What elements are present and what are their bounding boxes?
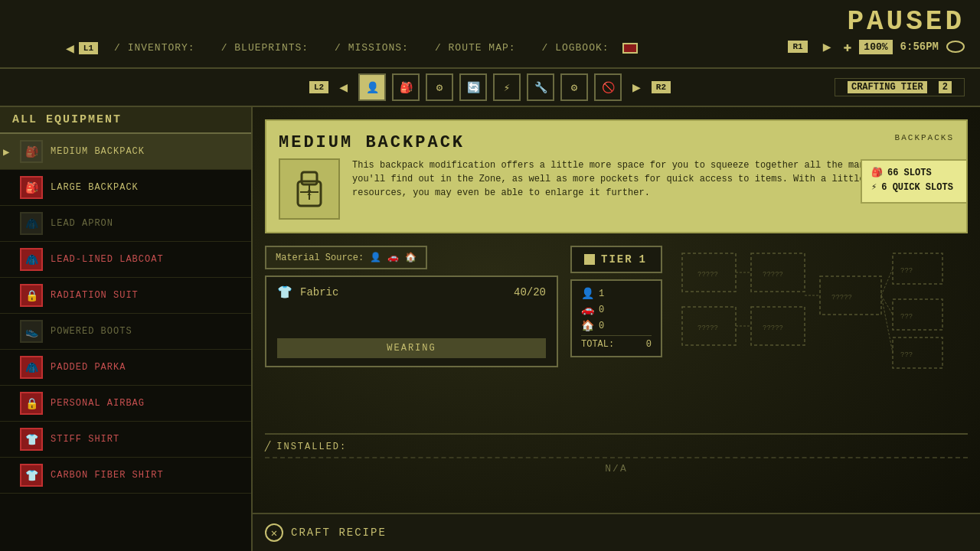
material-source-bar: Material Source: 👤 🚗 🏠 — [265, 246, 427, 269]
resource-home-count: 0 — [599, 321, 604, 331]
svg-text:?????: ????? — [831, 294, 852, 302]
category-person-icon[interactable]: 👤 — [358, 73, 386, 101]
second-nav-left[interactable]: ◀ — [335, 79, 352, 96]
item-card-image: 2 — [279, 158, 340, 220]
slots-value: 66 SLOTS — [887, 168, 932, 178]
large-backpack-label: LARGE BACKPACK — [51, 182, 139, 193]
tier-box: TIER 1 — [570, 246, 662, 273]
fabric-icon: 👕 — [277, 285, 292, 300]
carbon-fiber-shirt-icon: 👕 — [20, 464, 43, 487]
equip-item-powered-boots[interactable]: 👟 POWERED BOOTS — [0, 314, 251, 350]
svg-text:?????: ????? — [697, 324, 718, 332]
dashed-diagram: ????? ????? ????? ????? ????? ??? ??? ??… — [675, 246, 968, 387]
l1-badge: L1 — [79, 42, 98, 54]
material-source-label: Material Source: — [276, 253, 364, 263]
item-card-title: MEDIUM BACKPACK — [279, 133, 954, 152]
resource-row-car: 🚗 0 — [581, 303, 652, 316]
second-nav-right[interactable]: ▶ — [628, 79, 645, 96]
lead-apron-label: LEAD APRON — [51, 218, 113, 229]
category-gear-icon[interactable]: ⚙ — [560, 73, 588, 101]
item-card-body: 2 This backpack modification offers a li… — [279, 158, 954, 220]
svg-text:???: ??? — [900, 313, 913, 321]
equip-item-lead-labcoat[interactable]: 🧥 LEAD-LINED LABCOAT — [0, 242, 251, 278]
tier-number: 1 — [639, 253, 645, 266]
resource-divider — [581, 335, 652, 336]
equip-item-radiation-suit[interactable]: 🔒 RADIATION SUIT — [0, 278, 251, 314]
top-right-controls: R1 ▶ ✚ 100% 6:56PM — [788, 38, 965, 55]
category-settings-icon[interactable]: ⚙ — [426, 73, 453, 101]
paused-title: PAUSED — [847, 6, 965, 37]
material-row: 👕 Fabric 40/20 — [277, 285, 546, 300]
material-section: Material Source: 👤 🚗 🏠 👕 Fabric 40/20 WE… — [265, 246, 558, 367]
tab-blueprints[interactable]: / BLUEPRINTS: — [208, 38, 322, 57]
source-person-icon: 👤 — [370, 252, 381, 263]
left-panel: ALL EQUIPMENT ▶ 🎒 MEDIUM BACKPACK 🎒 LARG… — [0, 107, 253, 551]
equip-item-medium-backpack[interactable]: ▶ 🎒 MEDIUM BACKPACK — [0, 134, 251, 170]
svg-rect-1 — [302, 172, 317, 184]
category-block-icon[interactable]: 🚫 — [594, 73, 622, 101]
personal-airbag-icon: 🔒 — [20, 392, 43, 415]
r2-badge: R2 — [652, 81, 671, 93]
tab-missions[interactable]: / MISSIONS: — [322, 38, 422, 57]
equip-item-lead-apron[interactable]: 🧥 LEAD APRON — [0, 206, 251, 242]
resource-car-count: 0 — [599, 305, 604, 315]
tier-label: TIER — [601, 253, 633, 266]
svg-text:?????: ????? — [763, 324, 783, 332]
category-bag-icon[interactable]: 🎒 — [392, 73, 420, 101]
carbon-fiber-shirt-label: CARBON FIBER SHIRT — [51, 470, 164, 481]
radiation-suit-icon: 🔒 — [20, 284, 43, 307]
panel-header: ALL EQUIPMENT — [0, 107, 251, 134]
source-car-icon: 🚗 — [387, 252, 399, 263]
lead-labcoat-icon: 🧥 — [20, 248, 43, 271]
svg-line-26 — [881, 295, 893, 353]
medium-backpack-label: MEDIUM BACKPACK — [51, 146, 145, 157]
material-spacer — [277, 305, 546, 335]
item-card-subtitle: BACKPACKS — [895, 133, 954, 142]
equip-item-personal-airbag[interactable]: 🔒 PERSONAL AIRBAG — [0, 386, 251, 422]
crafting-tier: CRAFTING TIER 2 — [835, 78, 965, 96]
category-cycle-icon[interactable]: 🔄 — [459, 73, 487, 101]
source-home-icon: 🏠 — [405, 252, 416, 263]
crafting-tier-value: 2 — [939, 81, 952, 93]
tab-logbook[interactable]: / LOGBOOK: — [529, 38, 622, 57]
quick-slots-icon: ⚡ — [871, 181, 877, 193]
equip-item-carbon-fiber-shirt[interactable]: 👕 CARBON FIBER SHIRT — [0, 458, 251, 494]
nav-left-arrow[interactable]: ◀ — [61, 40, 79, 57]
personal-airbag-label: PERSONAL AIRBAG — [51, 398, 145, 409]
lead-labcoat-label: LEAD-LINED LABCOAT — [51, 254, 164, 265]
svg-line-24 — [881, 269, 893, 295]
equip-item-stiff-shirt[interactable]: 👕 STIFF SHIRT — [0, 422, 251, 458]
wearing-bar: WEARING — [277, 338, 546, 358]
resource-player-count: 1 — [599, 289, 604, 299]
main-content: MEDIUM BACKPACK BACKPACKS 2 This backpac… — [253, 107, 980, 551]
top-bar: PAUSED ◀ L1 / INVENTORY: / BLUEPRINTS: /… — [0, 0, 980, 69]
tab-routemap[interactable]: / ROUTE MAP: — [422, 38, 529, 57]
r1-badge: R1 — [788, 41, 807, 53]
total-row: TOTAL: 0 — [581, 339, 652, 350]
crafting-diagram-svg: ????? ????? ????? ????? ????? ??? ??? ??… — [675, 246, 950, 383]
resource-player-icon: 👤 — [581, 287, 594, 300]
nav-right-arrow[interactable]: ▶ — [818, 38, 836, 55]
padded-parka-icon: 🧥 — [20, 356, 43, 379]
medium-backpack-icon: 🎒 — [20, 140, 43, 163]
equip-item-large-backpack[interactable]: 🎒 LARGE BACKPACK — [0, 170, 251, 206]
radiation-suit-label: RADIATION SUIT — [51, 290, 139, 301]
resource-car-icon: 🚗 — [581, 303, 594, 316]
zoom-badge: 100% — [859, 40, 892, 54]
svg-text:???: ??? — [900, 267, 913, 275]
equip-item-padded-parka[interactable]: 🧥 PADDED PARKA — [0, 350, 251, 386]
category-wrench-icon[interactable]: 🔧 — [527, 73, 554, 101]
second-nav: L2 ◀ 👤 🎒 ⚙ 🔄 ⚡ 🔧 ⚙ 🚫 ▶ R2 CRAFTING TIER … — [0, 69, 980, 107]
tab-inventory[interactable]: / INVENTORY: — [101, 38, 208, 57]
large-backpack-icon: 🎒 — [20, 176, 43, 199]
plus-icon: ✚ — [844, 38, 852, 55]
fabric-name: Fabric — [300, 286, 506, 298]
eye-icon — [946, 41, 965, 53]
category-lightning-icon[interactable]: ⚡ — [493, 73, 521, 101]
lead-apron-icon: 🧥 — [20, 212, 43, 235]
tier-section: TIER 1 👤 1 🚗 0 🏠 0 TOTAL: — [570, 246, 662, 357]
svg-text:?????: ????? — [763, 271, 783, 279]
stiff-shirt-label: STIFF SHIRT — [51, 434, 119, 445]
mail-icon — [622, 43, 638, 54]
stat-slots: 🎒 66 SLOTS — [871, 167, 957, 178]
